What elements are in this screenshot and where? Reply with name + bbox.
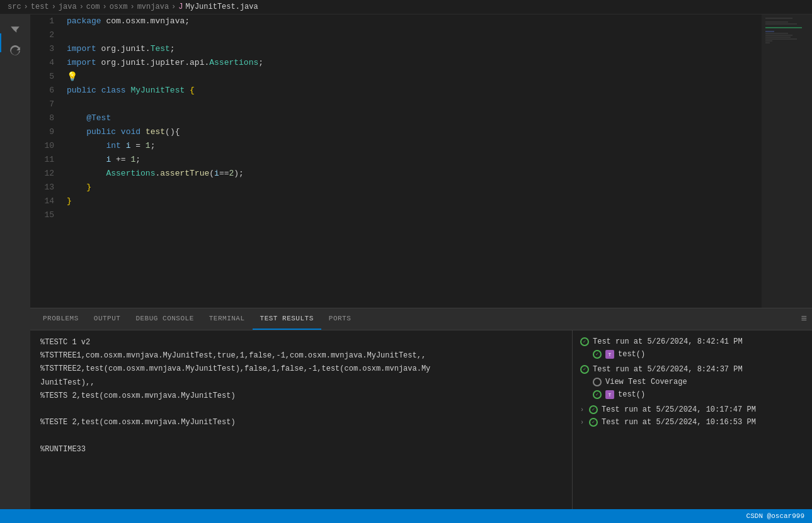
code-line-10: int i = 1; [67, 139, 812, 153]
sep3: › [79, 3, 84, 11]
code-line-15 [67, 208, 812, 222]
code-line-5: 💡 [67, 70, 812, 84]
terminal-line-2: %TSTTREE1,com.osxm.mvnjava.MyJunitTest,t… [40, 350, 562, 362]
status-attribution: CSDN @oscar999 [746, 512, 804, 520]
sep1: › [24, 3, 28, 11]
sep4: › [102, 3, 106, 11]
run1-label: Test run at 5/26/2024, 8:42:41 PM [593, 337, 743, 346]
minimap [762, 14, 812, 308]
terminal-line-1: %TESTC 1 v2 [40, 337, 562, 349]
breadcrumb-test: test [31, 3, 49, 11]
terminal-line-3: %TSTTREE2,test(com.osxm.mvnjava.MyJunitT… [40, 363, 562, 375]
code-line-13: } [67, 181, 812, 194]
sep2: › [52, 3, 56, 11]
sep5: › [130, 3, 134, 11]
breadcrumb-file-icon: J [178, 3, 183, 11]
tab-problems[interactable]: PROBLEMS [35, 308, 86, 330]
breadcrumb-filename: MyJunitTest.java [186, 3, 258, 11]
test-run-1[interactable]: Test run at 5/26/2024, 8:42:41 PM [580, 335, 804, 348]
panel-content: %TESTC 1 v2 %TSTTREE1,com.osxm.mvnjava.M… [30, 330, 812, 509]
code-line-6: public class MyJunitTest { [67, 84, 812, 98]
active-bar-indicator [0, 33, 1, 52]
test-run-1-child-test[interactable]: T test() [580, 348, 804, 361]
breadcrumb-osxm: osxm [110, 3, 128, 11]
run4-check-icon [589, 418, 598, 427]
test-run-2[interactable]: Test run at 5/26/2024, 8:24:37 PM [580, 363, 804, 376]
filter-icon[interactable] [6, 20, 24, 37]
run1-child-test-icon: T [605, 350, 614, 359]
code-line-9: public void test(){ [67, 125, 812, 139]
code-line-4: import org.junit.jupiter.api.Assertions; [67, 56, 812, 70]
run3-check-icon [589, 405, 598, 414]
code-line-11: i += 1; [67, 153, 812, 167]
run2-test-icon: T [605, 390, 614, 399]
tab-terminal[interactable]: TERMINAL [202, 308, 253, 330]
panel-tabs: PROBLEMS OUTPUT DEBUG CONSOLE TERMINAL T… [30, 308, 812, 330]
main-layout: 1 2 3 4 5 6 7 8 9 10 11 12 13 14 15 pack… [0, 14, 812, 509]
tab-debug-console[interactable]: DEBUG CONSOLE [128, 308, 201, 330]
code-line-3: import org.junit.Test; [67, 42, 812, 56]
run1-child-check-icon [593, 350, 602, 359]
panel: PROBLEMS OUTPUT DEBUG CONSOLE TERMINAL T… [30, 308, 812, 509]
tab-test-results[interactable]: TEST RESULTS [253, 308, 321, 330]
terminal-line-8 [40, 430, 562, 442]
terminal-output[interactable]: %TESTC 1 v2 %TSTTREE1,com.osxm.mvnjava.M… [30, 330, 573, 509]
code-line-2 [67, 28, 812, 42]
breadcrumb-com: com [86, 3, 100, 11]
test-run-3[interactable]: › Test run at 5/25/2024, 10:17:47 PM [580, 403, 804, 416]
test-run-4[interactable]: › Test run at 5/25/2024, 10:16:53 PM [580, 416, 804, 429]
code-line-1: package com.osxm.mvnjava; [67, 14, 812, 28]
terminal-line-7: %TESTE 2,test(com.osxm.mvnjava.MyJunitTe… [40, 417, 562, 429]
run3-label: Test run at 5/25/2024, 10:17:47 PM [602, 405, 756, 414]
tab-output[interactable]: OUTPUT [86, 308, 129, 330]
terminal-line-4: JunitTest),, [40, 377, 562, 389]
run2-test-label: test() [618, 390, 645, 399]
test-run-2-test[interactable]: T test() [580, 388, 804, 401]
code-line-12: Assertions.assertTrue(i==2); [67, 167, 812, 181]
panel-menu-icon[interactable]: ≡ [801, 313, 807, 325]
run3-chevron: › [580, 407, 584, 413]
run4-chevron: › [580, 419, 584, 426]
breadcrumb-src: src [8, 3, 21, 11]
code-line-8: @Test [67, 111, 812, 125]
sep6: › [171, 3, 176, 11]
refresh-icon[interactable] [6, 42, 24, 60]
run2-coverage-label: View Test Coverage [605, 378, 687, 386]
activity-bar [0, 14, 30, 509]
breadcrumb-java: java [59, 3, 77, 11]
code-line-7 [67, 98, 812, 111]
editor-content: 1 2 3 4 5 6 7 8 9 10 11 12 13 14 15 pack… [30, 14, 812, 509]
run2-label: Test run at 5/26/2024, 8:24:37 PM [593, 365, 743, 374]
run1-child-label: test() [618, 350, 645, 359]
test-run-2-coverage[interactable]: View Test Coverage [580, 376, 804, 388]
code-lines: package com.osxm.mvnjava; import org.jun… [62, 14, 812, 308]
run2-check-icon [580, 365, 589, 374]
terminal-line-9: %RUNTIME33 [40, 444, 562, 456]
code-line-14: } [67, 194, 812, 208]
line-numbers: 1 2 3 4 5 6 7 8 9 10 11 12 13 14 15 [30, 14, 62, 308]
breadcrumb-mvnjava: mvnjava [137, 3, 169, 11]
run4-label: Test run at 5/25/2024, 10:16:53 PM [602, 418, 756, 427]
terminal-line-6 [40, 403, 562, 415]
breadcrumb-bar: src › test › java › com › osxm › mvnjava… [0, 0, 812, 14]
code-editor[interactable]: 1 2 3 4 5 6 7 8 9 10 11 12 13 14 15 pack… [30, 14, 812, 308]
status-bar: CSDN @oscar999 [0, 509, 812, 523]
test-results-panel: Test run at 5/26/2024, 8:42:41 PM T test… [573, 330, 812, 509]
run2-test-check-icon [593, 390, 602, 399]
run2-coverage-icon [593, 378, 602, 386]
run1-check-icon [580, 337, 589, 346]
terminal-line-5: %TESTS 2,test(com.osxm.mvnjava.MyJunitTe… [40, 390, 562, 402]
tab-ports[interactable]: PORTS [321, 308, 359, 330]
